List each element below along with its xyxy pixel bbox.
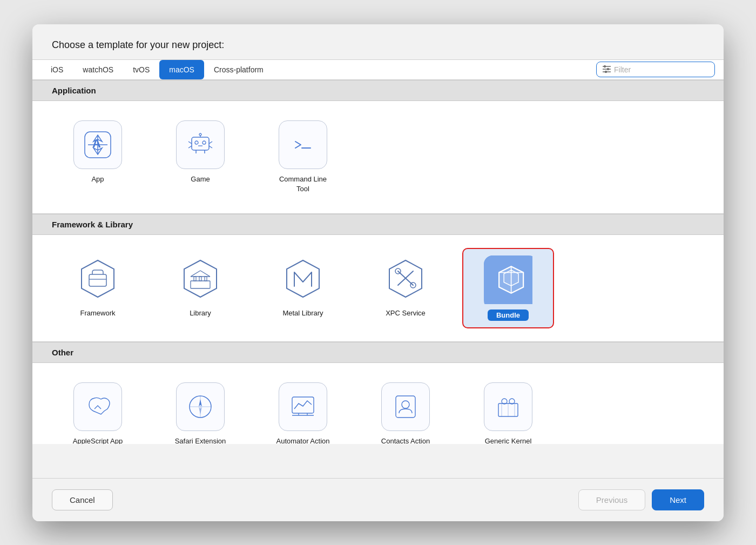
svg-text:A: A [92, 137, 101, 150]
metal-library-icon-box [279, 254, 327, 303]
tab-bar: iOS watchOS tvOS macOS Cross-platform [32, 59, 724, 80]
library-icon-box [176, 254, 225, 303]
filter-input[interactable] [614, 65, 709, 74]
contacts-action-label: Contacts Action [381, 436, 430, 444]
app-label: App [91, 174, 104, 184]
svg-rect-31 [194, 277, 196, 281]
tab-tvos[interactable]: tvOS [123, 60, 159, 79]
xpc-service-label: XPC Service [386, 308, 426, 318]
safari-extension-label: Safari Extension [175, 436, 226, 444]
svg-point-15 [199, 133, 201, 136]
previous-button: Previous [578, 489, 645, 510]
dialog-footer: Cancel Previous Next [32, 478, 724, 521]
svg-line-19 [209, 146, 212, 148]
game-label: Game [191, 174, 210, 184]
tab-macos[interactable]: macOS [159, 60, 204, 79]
command-line-tool-label: Command LineTool [279, 174, 327, 194]
contacts-action-icon-box [381, 382, 430, 431]
template-chooser-dialog: Choose a template for your new project: … [32, 24, 724, 521]
template-automator-action[interactable]: Automator Action [257, 376, 349, 444]
framework-section: Framework & Library Framework [32, 214, 724, 342]
svg-point-12 [202, 141, 206, 144]
application-section-header: Application [32, 80, 724, 101]
svg-rect-24 [89, 274, 106, 286]
template-game[interactable]: Game [154, 114, 246, 200]
metal-library-label: Metal Library [282, 308, 323, 318]
template-framework[interactable]: Framework [52, 248, 144, 328]
automator-action-icon-box [279, 382, 327, 431]
automator-action-label: Automator Action [276, 436, 330, 444]
application-section: Application A [32, 80, 724, 214]
svg-rect-33 [205, 277, 207, 281]
library-label: Library [190, 308, 211, 318]
next-button[interactable]: Next [652, 489, 704, 510]
svg-line-17 [188, 146, 192, 148]
template-metal-library[interactable]: Metal Library [257, 248, 349, 328]
template-contacts-action[interactable]: Contacts Action [360, 376, 451, 444]
dialog-header: Choose a template for your new project: [32, 24, 724, 59]
svg-marker-26 [184, 260, 217, 297]
safari-extension-icon-box [176, 382, 225, 431]
svg-point-11 [195, 141, 198, 144]
framework-label: Framework [80, 308, 115, 318]
footer-right: Previous Next [578, 489, 704, 510]
other-section-header: Other [32, 342, 724, 363]
applescript-app-label: AppleScript App [73, 436, 123, 444]
svg-line-29 [191, 271, 200, 277]
tab-ios[interactable]: iOS [41, 60, 73, 79]
svg-marker-44 [504, 270, 518, 286]
svg-marker-23 [82, 260, 114, 297]
tab-cross-platform[interactable]: Cross-platform [204, 60, 273, 79]
app-icon-box: A [73, 120, 122, 169]
framework-section-body: Framework [32, 235, 724, 342]
generic-kernel-icon-box [484, 382, 532, 431]
svg-rect-32 [199, 277, 201, 281]
filter-icon [602, 64, 611, 75]
template-app[interactable]: A App [52, 114, 144, 200]
svg-line-16 [188, 142, 192, 144]
svg-rect-27 [191, 281, 210, 288]
svg-rect-50 [292, 397, 314, 413]
template-generic-kernel[interactable]: Generic Kernel [462, 376, 554, 444]
game-icon-box [176, 120, 225, 169]
framework-section-header: Framework & Library [32, 214, 724, 235]
template-applescript-app[interactable]: AppleScript App [52, 376, 144, 444]
bundle-icon-box [484, 255, 532, 304]
dialog-title: Choose a template for your new project: [52, 39, 224, 50]
other-section: Other AppleScript App [32, 342, 724, 444]
content-area: Application A [32, 80, 724, 478]
applescript-app-icon-box [73, 382, 122, 431]
template-safari-extension[interactable]: Safari Extension [154, 376, 246, 444]
generic-kernel-label: Generic Kernel [485, 436, 532, 444]
framework-icon-box [73, 254, 122, 303]
other-section-body: AppleScript App Safari E [32, 363, 724, 444]
template-bundle[interactable]: Bundle [462, 248, 554, 328]
svg-marker-34 [287, 260, 319, 297]
template-command-line-tool[interactable]: Command LineTool [257, 114, 349, 200]
svg-point-55 [402, 401, 409, 408]
command-line-tool-icon-box [279, 120, 327, 169]
svg-rect-54 [396, 396, 415, 418]
bundle-label: Bundle [488, 309, 529, 321]
svg-line-30 [200, 271, 210, 277]
svg-rect-10 [192, 137, 209, 150]
filter-box [596, 62, 715, 77]
svg-line-18 [209, 142, 212, 144]
template-library[interactable]: Library [154, 248, 246, 328]
xpc-service-icon-box [381, 254, 430, 303]
cancel-button[interactable]: Cancel [52, 489, 113, 510]
template-xpc-service[interactable]: XPC Service [360, 248, 451, 328]
tab-watchos[interactable]: watchOS [73, 60, 123, 79]
application-section-body: A App [32, 101, 724, 214]
